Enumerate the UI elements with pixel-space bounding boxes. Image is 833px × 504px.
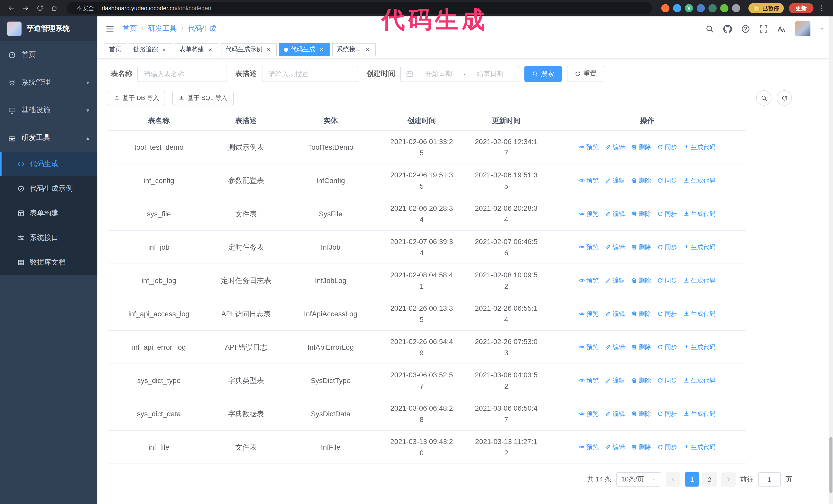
table-name-input[interactable] (137, 66, 227, 82)
action-delete[interactable]: 删除 (631, 141, 651, 152)
profile-paused-badge[interactable]: 已暂停 (748, 3, 784, 13)
action-delete[interactable]: 删除 (631, 375, 651, 386)
action-sync[interactable]: 同步 (657, 274, 677, 286)
home-icon[interactable] (48, 2, 61, 14)
page-button-2[interactable]: 2 (702, 472, 717, 486)
action-sync[interactable]: 同步 (657, 441, 677, 453)
import-sql-button[interactable]: 基于 SQL 导入 (172, 91, 234, 105)
font-size-icon[interactable] (777, 24, 786, 33)
search-button[interactable]: 搜索 (524, 66, 562, 82)
forward-icon[interactable] (20, 2, 32, 14)
action-edit[interactable]: 编辑 (605, 408, 625, 419)
scrollbar-track[interactable] (829, 17, 833, 504)
action-sync[interactable]: 同步 (657, 341, 677, 353)
action-sync[interactable]: 同步 (657, 141, 677, 152)
action-delete[interactable]: 删除 (631, 174, 651, 186)
sidebar-item-system[interactable]: 系统管理▾ (0, 69, 97, 96)
action-generate-code[interactable]: 生成代码 (683, 441, 716, 453)
sidebar-item-dev-tools[interactable]: 研发工具▴ (0, 124, 97, 152)
tab-close-icon[interactable]: × (207, 46, 214, 53)
action-generate-code[interactable]: 生成代码 (683, 408, 716, 419)
tab-close-icon[interactable]: × (318, 46, 325, 53)
page-size-select[interactable]: 10条/页 (616, 472, 661, 486)
action-sync[interactable]: 同步 (657, 408, 677, 419)
breadcrumb-dev-tools[interactable]: 研发工具 (148, 24, 176, 33)
action-generate-code[interactable]: 生成代码 (683, 174, 716, 186)
action-edit[interactable]: 编辑 (605, 441, 625, 453)
tab-codegen[interactable]: 代码生成× (279, 43, 330, 56)
action-edit[interactable]: 编辑 (605, 141, 625, 152)
action-delete[interactable]: 删除 (631, 408, 651, 419)
sidebar-subitem-form-builder[interactable]: 表单构建 (0, 201, 97, 225)
action-preview[interactable]: 预览 (579, 174, 599, 186)
action-delete[interactable]: 删除 (631, 441, 651, 453)
action-preview[interactable]: 预览 (579, 141, 599, 152)
next-page-button[interactable] (721, 472, 736, 486)
action-edit[interactable]: 编辑 (605, 174, 625, 186)
action-edit[interactable]: 编辑 (605, 308, 625, 319)
extension-puzzle-icon[interactable] (732, 4, 740, 12)
app-logo[interactable]: 芋道管理系统 (0, 17, 97, 41)
tab-codegen-example[interactable]: 代码生成示例× (221, 43, 277, 56)
action-delete[interactable]: 删除 (631, 241, 651, 253)
tab-api[interactable]: 系统接口× (332, 43, 376, 56)
toggle-search-button[interactable] (756, 90, 771, 105)
action-preview[interactable]: 预览 (579, 308, 599, 319)
sidebar-subitem-db-doc[interactable]: 数据库文档 (0, 250, 97, 275)
table-desc-input[interactable] (262, 66, 358, 82)
action-preview[interactable]: 预览 (579, 341, 599, 353)
extension-orange-icon[interactable] (661, 4, 669, 12)
tab-home[interactable]: 首页 (104, 43, 126, 56)
action-edit[interactable]: 编辑 (605, 375, 625, 386)
github-icon[interactable] (723, 24, 732, 33)
action-preview[interactable]: 预览 (579, 241, 599, 253)
action-generate-code[interactable]: 生成代码 (683, 308, 716, 319)
action-sync[interactable]: 同步 (657, 174, 677, 186)
help-icon[interactable] (741, 24, 750, 33)
reload-icon[interactable] (34, 2, 46, 14)
tab-close-icon[interactable]: × (265, 46, 272, 53)
collapse-sidebar-icon[interactable] (105, 24, 114, 33)
action-edit[interactable]: 编辑 (605, 341, 625, 353)
action-generate-code[interactable]: 生成代码 (683, 241, 716, 253)
action-delete[interactable]: 删除 (631, 341, 651, 353)
tab-close-icon[interactable]: × (364, 46, 371, 53)
action-generate-code[interactable]: 生成代码 (683, 375, 716, 386)
action-preview[interactable]: 预览 (579, 375, 599, 386)
search-icon[interactable] (705, 24, 714, 33)
scrollbar-thumb[interactable] (829, 437, 832, 493)
action-edit[interactable]: 编辑 (605, 274, 625, 286)
user-avatar[interactable] (795, 21, 810, 37)
sidebar-subitem-codegen[interactable]: 代码生成 (0, 152, 97, 176)
sidebar-subitem-codegen-example[interactable]: 代码生成示例 (0, 176, 97, 201)
refresh-table-button[interactable] (777, 90, 792, 105)
action-preview[interactable]: 预览 (579, 408, 599, 419)
tab-trace[interactable]: 链路追踪× (129, 43, 172, 56)
sidebar-item-home[interactable]: 首页 (0, 41, 97, 69)
extension-blue-drop-icon[interactable] (673, 4, 681, 12)
caret-down-icon[interactable] (820, 26, 825, 31)
action-preview[interactable]: 预览 (579, 208, 599, 219)
browser-menu-icon[interactable] (815, 2, 828, 14)
action-edit[interactable]: 编辑 (605, 208, 625, 219)
date-range-picker[interactable]: 开始日期 - 结束日期 (400, 66, 519, 82)
action-delete[interactable]: 删除 (631, 208, 651, 219)
action-sync[interactable]: 同步 (657, 375, 677, 386)
action-delete[interactable]: 删除 (631, 274, 651, 286)
tab-form-builder[interactable]: 表单构建× (175, 43, 218, 56)
fullscreen-icon[interactable] (759, 24, 768, 33)
update-button[interactable]: 更新 (789, 3, 813, 13)
extension-people-icon[interactable] (697, 4, 705, 12)
action-generate-code[interactable]: 生成代码 (683, 141, 716, 152)
import-db-button[interactable]: 基于 DB 导入 (108, 91, 165, 105)
action-generate-code[interactable]: 生成代码 (683, 341, 716, 353)
reset-button[interactable]: 重置 (567, 66, 604, 82)
sidebar-item-infra[interactable]: 基础设施▾ (0, 96, 97, 124)
action-edit[interactable]: 编辑 (605, 241, 625, 253)
back-icon[interactable] (5, 2, 18, 14)
extension-leaf-icon[interactable] (720, 4, 729, 12)
action-delete[interactable]: 删除 (631, 308, 651, 319)
action-sync[interactable]: 同步 (657, 208, 677, 219)
action-sync[interactable]: 同步 (657, 241, 677, 253)
goto-page-input[interactable] (758, 472, 781, 486)
